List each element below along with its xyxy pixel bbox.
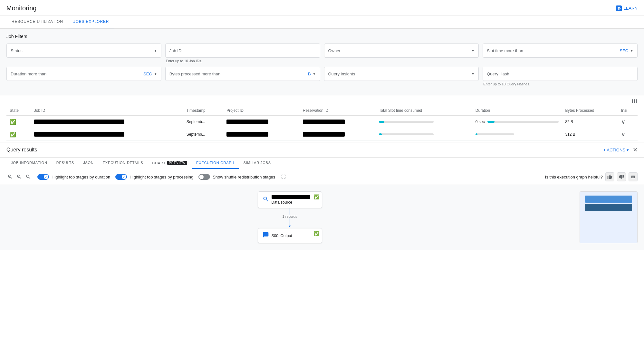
table-section: State Job ID Timestamp Project ID Reserv… bbox=[0, 95, 644, 141]
layout-button[interactable] bbox=[629, 172, 638, 181]
query-results-panel: Query results + ACTIONS ▾ ✕ JOB INFORMAT… bbox=[0, 142, 644, 250]
duration-bar bbox=[476, 133, 514, 135]
projectid-value bbox=[226, 120, 268, 124]
state-cell: ✅ bbox=[6, 128, 31, 141]
table-row[interactable]: ✅ Septemb... bbox=[6, 128, 638, 141]
actions-button[interactable]: + ACTIONS ▾ bbox=[603, 148, 629, 152]
tab-json[interactable]: JSON bbox=[79, 158, 98, 169]
tab-job-information[interactable]: JOB INFORMATION bbox=[6, 158, 52, 169]
query-results-header: Query results + ACTIONS ▾ ✕ bbox=[0, 142, 644, 158]
duration-cell bbox=[472, 128, 562, 141]
timestamp-cell: Septemb... bbox=[183, 116, 223, 128]
toggle1[interactable] bbox=[37, 174, 49, 180]
status-dropdown-arrow: ▼ bbox=[154, 49, 157, 53]
duration-bar bbox=[487, 121, 559, 123]
queryhash-filter[interactable]: Query Hash bbox=[483, 67, 638, 81]
owner-filter[interactable]: Owner ▼ bbox=[324, 43, 479, 58]
queryhash-filter-wrapper: Query Hash Enter up to 10 Query Hashes. bbox=[483, 67, 638, 86]
duration-unit[interactable]: SEC ▼ bbox=[143, 72, 157, 76]
expand-arrow[interactable]: ∨ bbox=[621, 119, 625, 125]
slottime-bar bbox=[379, 133, 434, 135]
owner-filter-wrapper: Owner ▼ bbox=[324, 43, 479, 63]
col-insi: Insi bbox=[618, 106, 638, 116]
expand-arrow[interactable]: ∨ bbox=[621, 131, 625, 138]
projectid-cell bbox=[223, 116, 300, 128]
jobid-filter[interactable]: Job ID bbox=[165, 43, 320, 58]
connector-arrow: ▼ bbox=[288, 225, 292, 228]
datasource-node[interactable]: Data source ✅ bbox=[258, 191, 322, 208]
datasource-content: Data source bbox=[272, 195, 317, 205]
insi-cell: ∨ bbox=[618, 116, 638, 128]
toggle2-label: Highlight top stages by processing bbox=[130, 175, 193, 179]
query-results-title: Query results bbox=[6, 147, 37, 153]
slottime-cell bbox=[376, 116, 472, 128]
state-cell: ✅ bbox=[6, 116, 31, 128]
app-header: Monitoring LEARN bbox=[0, 0, 644, 15]
output-node[interactable]: S00: Output ✅ bbox=[258, 228, 322, 243]
app-title: Monitoring bbox=[6, 5, 36, 12]
insi-cell: ∨ bbox=[618, 128, 638, 141]
minimap-inner bbox=[580, 192, 637, 215]
graph-minimap bbox=[580, 191, 638, 243]
tab-execution-details[interactable]: EXECUTION DETAILS bbox=[98, 158, 148, 169]
owner-dropdown-arrow: ▼ bbox=[471, 49, 475, 53]
bytes-filter[interactable]: Bytes processed more than B ▼ bbox=[165, 67, 320, 81]
graph-canvas: Data source ✅ 1 records ▼ S00: Output ✅ bbox=[0, 185, 644, 250]
status-label: Status bbox=[11, 48, 23, 53]
toggle1-group: Highlight top stages by duration bbox=[37, 174, 110, 180]
slottime-filter[interactable]: Slot time more than SEC ▼ bbox=[483, 43, 638, 58]
tab-similar-jobs[interactable]: SIMILAR JOBS bbox=[239, 158, 275, 169]
result-tabs: JOB INFORMATION RESULTS JSON EXECUTION D… bbox=[0, 158, 644, 169]
output-check-icon: ✅ bbox=[314, 231, 319, 236]
table-row[interactable]: ✅ Septemb... bbox=[6, 116, 638, 128]
tab-execution-graph[interactable]: EXECUTION GRAPH bbox=[192, 158, 239, 169]
bytes-cell: 312 B bbox=[562, 128, 618, 141]
duration-filter[interactable]: Duration more than SEC ▼ bbox=[6, 67, 161, 81]
toggle3[interactable] bbox=[198, 174, 210, 180]
thumbs-up-button[interactable] bbox=[605, 172, 614, 181]
query-results-actions: + ACTIONS ▾ ✕ bbox=[603, 146, 638, 153]
toggle2[interactable] bbox=[115, 174, 127, 180]
tab-jobs-explorer[interactable]: JOBS EXPLORER bbox=[68, 15, 114, 28]
owner-label: Owner bbox=[328, 48, 341, 53]
graph-main: Data source ✅ 1 records ▼ S00: Output ✅ bbox=[6, 191, 573, 243]
datasource-check-icon: ✅ bbox=[314, 194, 319, 199]
col-state: State bbox=[6, 106, 31, 116]
table-toolbar bbox=[6, 95, 638, 106]
slottime-unit[interactable]: SEC ▼ bbox=[620, 48, 633, 53]
filters-section: Job Filters Status ▼ Job ID Enter up to … bbox=[0, 29, 644, 95]
toggle2-group: Highlight top stages by processing bbox=[115, 174, 193, 180]
insights-label: Query Insights bbox=[328, 72, 355, 76]
tab-chart[interactable]: CHART PREVIEW bbox=[148, 158, 192, 169]
zoom-in-button[interactable] bbox=[6, 173, 14, 181]
feedback-group: Is this execution graph helpful? bbox=[545, 172, 638, 181]
status-ok-icon: ✅ bbox=[10, 132, 16, 137]
bytes-cell: 82 B bbox=[562, 116, 618, 128]
thumbs-down-button[interactable] bbox=[617, 172, 626, 181]
jobid-cell bbox=[31, 128, 183, 141]
jobid-cell bbox=[31, 116, 183, 128]
col-slottime: Total Slot time consumed bbox=[376, 106, 472, 116]
jobid-filter-wrapper: Job ID Enter up to 10 Job IDs. bbox=[165, 43, 320, 63]
records-label: 1 records bbox=[283, 215, 297, 218]
tab-results[interactable]: RESULTS bbox=[52, 158, 79, 169]
tab-resource-utilization[interactable]: RESOURCE UTILIZATION bbox=[6, 15, 68, 28]
zoom-out-button[interactable] bbox=[15, 173, 23, 181]
columns-icon[interactable] bbox=[631, 98, 638, 104]
learn-link[interactable]: LEARN bbox=[616, 5, 638, 11]
status-filter[interactable]: Status ▼ bbox=[6, 43, 161, 58]
slottime-label: Slot time more than bbox=[487, 48, 523, 53]
insights-filter[interactable]: Query Insights ▼ bbox=[324, 67, 479, 81]
zoom-reset-button[interactable] bbox=[24, 173, 32, 181]
output-icon bbox=[263, 232, 269, 240]
jobs-table: State Job ID Timestamp Project ID Reserv… bbox=[6, 106, 638, 141]
close-button[interactable]: ✕ bbox=[633, 146, 638, 153]
queryhash-hint: Enter up to 10 Query Hashes. bbox=[483, 82, 638, 86]
bytes-filter-wrapper: Bytes processed more than B ▼ bbox=[165, 67, 320, 86]
minimap-bar-2 bbox=[585, 204, 632, 211]
filters-row-1: Status ▼ Job ID Enter up to 10 Job IDs. … bbox=[6, 43, 638, 63]
col-timestamp: Timestamp bbox=[183, 106, 223, 116]
fullscreen-button[interactable] bbox=[280, 173, 287, 181]
reservationid-cell bbox=[300, 116, 376, 128]
bytes-unit[interactable]: B ▼ bbox=[308, 72, 316, 76]
